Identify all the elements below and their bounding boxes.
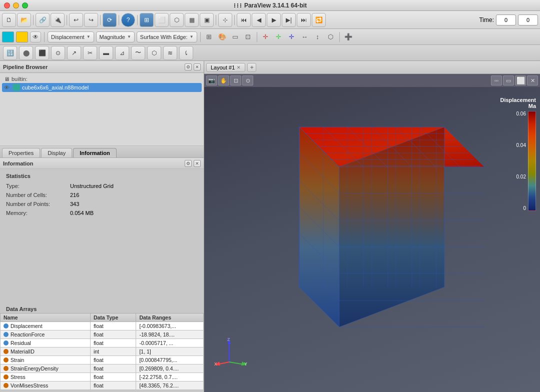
colormap-icon[interactable]: 🎨 [217,32,228,42]
select-all-button[interactable]: ▦ [185,13,199,27]
connect-button[interactable]: 🔗 [36,13,50,27]
model-name: cube6x6x6_axial.n88model [22,84,89,90]
help-button[interactable]: ? [121,13,135,27]
maximize-view-btn[interactable]: ⬜ [515,76,526,86]
tab-properties[interactable]: Properties [2,148,40,158]
time-input1[interactable] [496,14,516,26]
time-input2[interactable] [518,14,538,26]
info-panel-controls[interactable]: ⚙ ✕ [185,160,201,167]
table-cell-name: Stress [1,373,91,382]
info-settings[interactable]: ⚙ [185,160,192,167]
plus-icon[interactable]: ➕ [343,32,354,42]
orient-neg-x-icon[interactable]: ↔ [299,32,310,42]
sep-t2-2 [200,32,201,42]
rescale-icon[interactable]: ⊞ [204,32,215,42]
orient-y-icon[interactable]: ✛ [273,32,284,42]
array-name: Stress [11,374,26,380]
split-v-btn[interactable]: ▭ [503,76,514,86]
sep-t2-3 [257,32,257,42]
render-dropdown[interactable]: Surface With Edge: ▼ [137,32,197,42]
layout-tab[interactable]: Layout #1 ✕ [206,63,245,72]
color-legend: Displacement Ma 0.06 0.04 0.02 0 [511,97,536,211]
redo-button[interactable]: ↪ [84,13,98,27]
isosurface-button[interactable]: 〜 [131,46,145,60]
last-frame-button[interactable]: ⏭ [297,13,311,27]
open-button[interactable]: 📂 [17,13,31,27]
table-cell-range: -0.0005717, ... [136,339,204,348]
window-controls[interactable] [4,2,28,8]
dot-icon [4,340,9,346]
disconnect-button[interactable]: 🔌 [51,13,65,27]
data-table: Name Data Type Data Ranges Displacement … [0,313,204,390]
loop-button[interactable]: 🔁 [312,13,326,27]
info-close[interactable]: ✕ [194,160,201,167]
model-item[interactable]: 👁 cube6x6x6_axial.n88model [2,83,202,92]
refresh-button[interactable]: ⟳ [103,13,117,27]
arrow-button[interactable]: ↗ [67,46,81,60]
undo-button[interactable]: ↩ [69,13,83,27]
toolbar-main: 🗋 📂 🔗 🔌 ↩ ↪ ⟳ ? ⊞ ⬜ ⬡ ▦ ▣ ⊹ ⏮ ◀ ▶ ▶| ⏭ 🔁… [0,11,540,29]
pick-button[interactable]: ⊹ [218,13,232,27]
variable-dropdown[interactable]: Displacement ▼ [48,32,94,42]
calc-button[interactable]: 🔢 [3,46,17,60]
next-frame-button[interactable]: ▶| [282,13,296,27]
table-cell-type: float [90,322,136,330]
orient-neg-y-icon[interactable]: ↕ [312,32,323,42]
dot-icon [4,366,9,371]
play-button[interactable]: ▶ [267,13,281,27]
clip-button[interactable]: ✂ [83,46,97,60]
extract-button[interactable]: ⬡ [147,46,161,60]
slice-button[interactable]: ▬ [99,46,113,60]
color-block-yellow[interactable] [16,32,28,42]
viewport[interactable]: Displacement Ma 0.06 0.04 0.02 0 [204,87,540,392]
table-cell-range: [-0.00983673,... [136,322,204,330]
eye-icon[interactable]: 👁 [4,84,11,90]
data-arrays-title: Data Arrays [0,304,204,313]
cyl-button[interactable]: ⊙ [51,46,65,60]
threshold-button[interactable]: ⊿ [115,46,129,60]
table-cell-type: float [90,364,136,373]
minimize-button[interactable] [13,2,19,8]
close-view-btn[interactable]: ✕ [527,76,538,86]
color-block-cyan[interactable] [2,32,14,42]
sep5 [137,15,138,25]
info-panel-title: Information [3,160,34,166]
col-type: Data Type [90,314,136,322]
stream-button[interactable]: ≋ [163,46,177,60]
prev-frame-button[interactable]: ◀ [252,13,266,27]
pipeline-settings[interactable]: ⚙ [185,64,192,70]
warp-button[interactable]: ⤹ [179,46,193,60]
pipeline-controls[interactable]: ⚙ ✕ [185,64,201,70]
maximize-button[interactable] [22,2,28,8]
colorbar-icon[interactable]: ▭ [230,32,241,42]
tab-information[interactable]: Information [73,148,117,158]
cube-button[interactable]: ⬛ [35,46,49,60]
mode-dropdown[interactable]: Magnitude ▼ [96,32,135,42]
orient-x-icon[interactable]: ✛ [260,32,271,42]
pick-view-btn[interactable]: ⊙ [242,76,253,86]
camera-btn[interactable]: 📷 [206,76,217,86]
tab-display[interactable]: Display [41,148,72,158]
orient-isometric-icon[interactable]: ⬡ [325,32,336,42]
left-panel: Pipeline Browser ⚙ ✕ 🖥 builtin: 👁 cube6x… [0,61,204,392]
eye-toggle[interactable]: 👁 [30,32,41,42]
layout-tab-close[interactable]: ✕ [237,65,241,70]
select-block-button[interactable]: ▣ [200,13,214,27]
split-h-btn[interactable]: ▫▫ [491,76,502,86]
select-button[interactable]: ⊞ [140,13,154,27]
pipeline-close[interactable]: ✕ [194,64,201,70]
reset-icon[interactable]: ⊡ [243,32,254,42]
new-button[interactable]: 🗋 [2,13,16,27]
close-button[interactable] [4,2,10,8]
sphere-button[interactable]: ⬤ [19,46,33,60]
orient-z-icon[interactable]: ✛ [286,32,297,42]
reset-view-btn[interactable]: ⊡ [230,76,241,86]
cells-row: Number of Cells: 216 [6,192,198,198]
add-layout-button[interactable]: + [247,63,256,72]
first-frame-button[interactable]: ⏮ [237,13,251,27]
interact-btn[interactable]: ✋ [218,76,229,86]
select-poly-button[interactable]: ⬡ [170,13,184,27]
main-area: Pipeline Browser ⚙ ✕ 🖥 builtin: 👁 cube6x… [0,61,540,392]
legend-val-0: 0.06 [516,111,526,116]
rubber-band-button[interactable]: ⬜ [155,13,169,27]
